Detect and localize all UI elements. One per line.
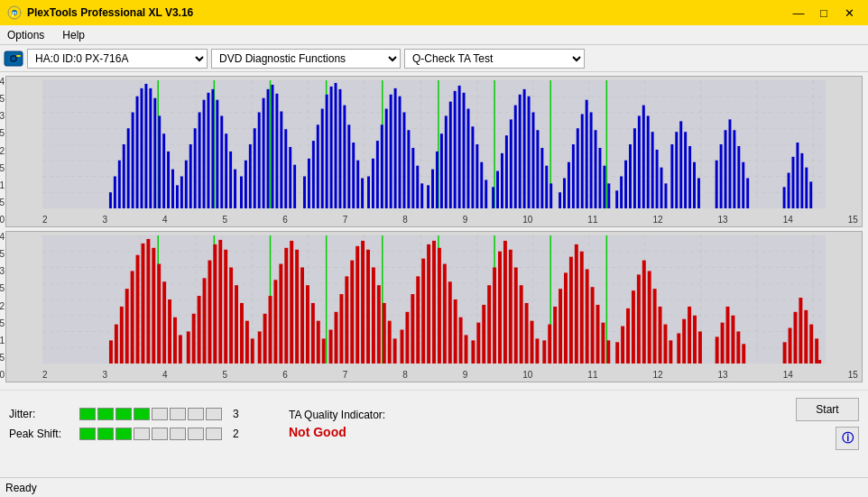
svg-rect-125 <box>514 106 517 208</box>
svg-rect-226 <box>198 296 201 364</box>
svg-rect-127 <box>523 89 526 208</box>
svg-rect-214 <box>131 271 134 364</box>
svg-rect-101 <box>402 113 405 209</box>
svg-rect-222 <box>173 318 177 364</box>
peak-seg-1 <box>79 428 96 440</box>
svg-rect-299 <box>596 305 600 364</box>
svg-rect-116 <box>471 126 474 208</box>
top-chart-container: 4 3.5 3 2.5 2 1.5 1 0.5 0 <box>5 76 863 227</box>
svg-rect-263 <box>401 330 404 364</box>
menu-options[interactable]: Options <box>4 27 48 43</box>
drive-select[interactable]: HA:0 ID:0 PX-716A <box>27 49 208 69</box>
svg-rect-318 <box>716 336 719 364</box>
close-button[interactable]: ✕ <box>837 4 861 22</box>
svg-rect-177 <box>800 153 803 208</box>
svg-rect-63 <box>225 133 227 208</box>
svg-rect-292 <box>559 289 562 364</box>
svg-rect-170 <box>737 146 740 208</box>
svg-rect-236 <box>251 338 254 364</box>
svg-rect-251 <box>335 312 338 364</box>
svg-rect-59 <box>207 93 209 208</box>
svg-rect-153 <box>647 115 650 208</box>
svg-rect-100 <box>399 97 402 208</box>
svg-rect-321 <box>731 316 734 364</box>
svg-text:P: P <box>12 10 17 18</box>
svg-rect-157 <box>664 183 667 208</box>
svg-rect-313 <box>677 333 680 364</box>
info-button[interactable]: ⓘ <box>836 427 859 450</box>
svg-rect-85 <box>330 87 333 208</box>
test-select[interactable]: Q-Check TA Test <box>404 49 585 69</box>
ta-quality-label: TA Quality Indicator: <box>289 409 385 421</box>
svg-rect-171 <box>742 162 744 208</box>
svg-rect-78 <box>293 165 296 208</box>
svg-rect-152 <box>642 106 645 208</box>
svg-rect-147 <box>620 177 623 209</box>
menu-help[interactable]: Help <box>59 27 88 43</box>
svg-rect-310 <box>659 307 662 364</box>
svg-point-5 <box>12 57 15 60</box>
status-text: Ready <box>5 482 37 494</box>
svg-rect-259 <box>377 285 381 364</box>
svg-rect-146 <box>615 190 618 208</box>
svg-rect-158 <box>670 144 673 208</box>
jitter-row: Jitter: 3 <box>9 408 262 420</box>
start-button[interactable]: Start <box>796 398 859 421</box>
svg-rect-115 <box>466 109 469 208</box>
svg-rect-67 <box>245 161 247 208</box>
jitter-seg-7 <box>188 408 204 420</box>
svg-rect-281 <box>498 252 502 364</box>
info-icon: ⓘ <box>842 430 854 446</box>
svg-rect-109 <box>440 133 443 208</box>
svg-rect-111 <box>449 102 452 208</box>
svg-rect-130 <box>536 130 539 208</box>
jitter-seg-6 <box>170 408 186 420</box>
svg-rect-283 <box>509 250 512 364</box>
minimize-button[interactable]: — <box>787 4 810 22</box>
svg-rect-163 <box>693 162 696 208</box>
svg-rect-273 <box>454 299 457 364</box>
svg-rect-113 <box>458 86 461 208</box>
svg-rect-297 <box>586 269 589 364</box>
svg-rect-256 <box>361 241 365 364</box>
svg-rect-144 <box>603 166 605 208</box>
svg-rect-274 <box>459 318 463 364</box>
svg-rect-288 <box>535 338 539 364</box>
svg-rect-91 <box>356 161 359 208</box>
svg-rect-175 <box>792 157 795 208</box>
status-bar: Ready <box>0 477 868 497</box>
svg-rect-120 <box>492 187 494 208</box>
function-select[interactable]: DVD Diagnostic Functions <box>211 49 401 69</box>
svg-rect-43 <box>136 97 139 208</box>
svg-rect-326 <box>793 312 797 364</box>
svg-rect-122 <box>501 153 503 208</box>
svg-rect-154 <box>651 132 654 208</box>
svg-rect-110 <box>445 115 448 208</box>
svg-rect-277 <box>476 323 480 364</box>
svg-rect-74 <box>275 94 278 208</box>
svg-rect-276 <box>471 340 475 364</box>
svg-rect-82 <box>317 124 319 208</box>
svg-rect-179 <box>809 181 812 208</box>
svg-rect-262 <box>393 338 397 364</box>
bottom-chart-svg <box>42 235 826 364</box>
svg-rect-148 <box>624 161 627 208</box>
svg-rect-79 <box>303 177 306 209</box>
svg-rect-268 <box>427 244 430 364</box>
maximize-button[interactable]: □ <box>812 4 836 22</box>
svg-rect-81 <box>312 141 315 208</box>
svg-rect-303 <box>621 327 624 364</box>
svg-rect-270 <box>438 248 441 364</box>
svg-rect-301 <box>606 340 610 364</box>
svg-rect-76 <box>284 129 287 208</box>
svg-rect-210 <box>109 340 113 364</box>
svg-rect-306 <box>637 274 641 364</box>
svg-rect-230 <box>218 240 222 364</box>
svg-rect-97 <box>385 109 388 208</box>
svg-rect-75 <box>280 112 282 208</box>
svg-rect-140 <box>586 100 588 208</box>
svg-rect-212 <box>120 307 124 364</box>
svg-rect-315 <box>688 307 691 364</box>
start-button-area: Start ⓘ <box>796 398 859 450</box>
svg-rect-328 <box>804 310 808 364</box>
